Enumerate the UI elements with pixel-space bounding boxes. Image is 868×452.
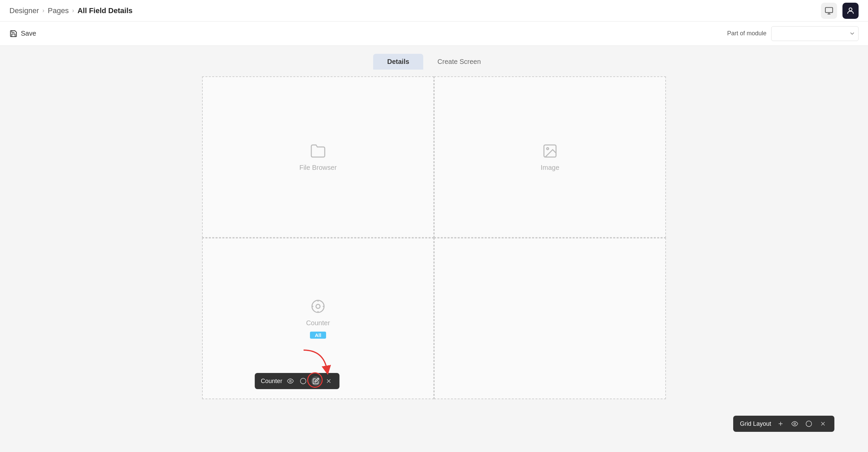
nav-right: [821, 3, 859, 19]
svg-point-12: [289, 380, 291, 382]
counter-eye-icon[interactable]: [286, 376, 295, 386]
pages-link[interactable]: Pages: [48, 6, 69, 15]
image-icon: [542, 143, 558, 159]
sep1: ›: [42, 7, 44, 14]
grid-eye-icon[interactable]: [790, 419, 799, 428]
save-label: Save: [21, 30, 36, 37]
counter-edit-icon[interactable]: [311, 376, 321, 386]
monitor-button[interactable]: [821, 3, 837, 19]
file-browser-label: File Browser: [299, 164, 337, 172]
user-button[interactable]: [842, 3, 859, 19]
all-badge: All: [310, 332, 326, 339]
svg-rect-0: [825, 7, 833, 12]
designer-link[interactable]: Designer: [9, 6, 39, 15]
save-icon: [9, 30, 18, 38]
sep2: ›: [72, 7, 74, 14]
grid-canvas: File Browser Image Counter All Counter: [202, 76, 666, 399]
page-title: All Field Details: [77, 6, 132, 15]
grid-layout-label: Grid Layout: [740, 420, 771, 427]
counter-toolbar-label: Counter: [261, 378, 282, 385]
cell-counter[interactable]: Counter All Counter: [202, 238, 434, 399]
tab-create-screen[interactable]: Create Screen: [423, 54, 495, 70]
top-nav: Designer › Pages › All Field Details: [0, 0, 868, 22]
tab-details[interactable]: Details: [373, 54, 424, 70]
cell-empty: [434, 238, 666, 399]
part-of-module-label: Part of module: [727, 30, 767, 37]
user-icon: [846, 6, 855, 15]
image-label: Image: [540, 164, 559, 172]
grid-plus-icon[interactable]: [776, 419, 785, 428]
grid-layout-toolbar: Grid Layout: [733, 416, 834, 432]
cell-image[interactable]: Image: [434, 76, 666, 238]
svg-point-19: [806, 421, 812, 427]
folder-icon: [310, 143, 326, 159]
counter-close-icon[interactable]: [324, 376, 334, 386]
svg-point-6: [312, 300, 324, 312]
counter-toolbar: Counter: [255, 373, 340, 389]
svg-point-5: [547, 148, 549, 150]
svg-point-13: [301, 378, 306, 384]
canvas-area: File Browser Image Counter All Counter: [0, 70, 868, 399]
toolbar: Save Part of module: [0, 22, 868, 46]
save-button[interactable]: Save: [9, 30, 36, 38]
svg-point-7: [316, 304, 320, 308]
counter-icon: [310, 298, 326, 314]
svg-point-3: [849, 8, 852, 11]
grid-close-icon[interactable]: [818, 419, 828, 428]
counter-label: Counter: [306, 319, 330, 327]
tab-bar: Details Create Screen: [0, 46, 868, 70]
breadcrumb: Designer › Pages › All Field Details: [9, 6, 132, 15]
monitor-icon: [825, 6, 833, 15]
svg-point-18: [794, 423, 796, 425]
part-of-module-container: Part of module: [727, 26, 859, 41]
grid-circle-icon[interactable]: [804, 419, 813, 428]
counter-circle-icon[interactable]: [299, 376, 308, 386]
module-select[interactable]: [771, 26, 859, 41]
cell-file-browser[interactable]: File Browser: [202, 76, 434, 238]
